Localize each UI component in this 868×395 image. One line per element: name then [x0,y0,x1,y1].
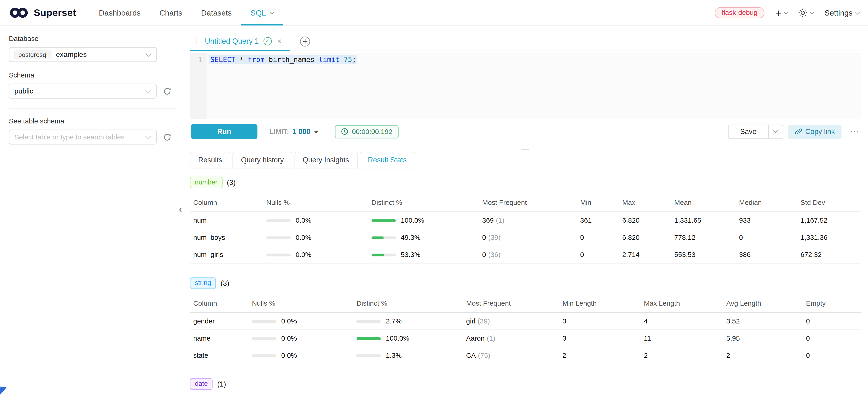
tab-query-history[interactable]: Query history [232,152,292,169]
table-row: name0.0%100.0%Aaron(1)3115.950 [190,330,861,347]
column-header: Most Frequent [466,299,562,307]
table-schema-label: See table schema [9,118,177,125]
query-tab-bar: ⋮ Untitled Query 1 ✓ × [190,33,861,51]
percent-label: 2.7% [386,317,402,325]
column-name: num [190,216,266,224]
section-header: number(3) [190,177,861,188]
progress-bar [266,253,291,256]
stat-value: 0 [806,317,861,325]
pane-splitter[interactable] [190,145,861,150]
percent-label: 0.0% [281,317,297,325]
percent-label: 100.0% [401,216,425,224]
chevron-down-icon [855,9,860,14]
close-tab-icon[interactable]: × [277,37,282,45]
new-item-menu[interactable]: + [775,7,788,18]
run-button[interactable]: Run [191,124,257,139]
environment-badge: flask-debug [714,7,765,18]
plus-icon: + [775,7,781,18]
stats-sections: number(3)ColumnNulls %Distinct %Most Fre… [190,168,861,395]
chevron-down-icon [145,133,151,139]
drag-handle-icon[interactable]: ⋮ [193,37,200,45]
add-tab-button[interactable] [300,36,310,47]
percent-label: 0.0% [296,234,311,241]
schema-select-value: public [14,87,33,95]
nav-item-label: Datasets [201,8,232,17]
copy-link-button[interactable]: Copy link [788,124,841,139]
most-frequent-value: 369 [482,216,494,224]
refresh-schemas-button[interactable] [163,87,171,95]
column-header: Mean [674,199,739,207]
progress-bar [252,354,276,357]
nav-item-label: Dashboards [99,8,141,17]
stat-value: 4 [644,317,726,325]
nav-item-sql[interactable]: SQL [241,0,283,25]
tab-result-stats[interactable]: Result Stats [360,152,415,169]
query-tab[interactable]: ⋮ Untitled Query 1 ✓ × [190,32,289,51]
more-options-button[interactable]: ⋯ [850,126,860,138]
stat-value: 672.32 [801,251,861,259]
most-frequent-count: (39) [488,234,500,241]
limit-dropdown[interactable]: LIMIT: 1 000 [270,127,318,135]
refresh-tables-button[interactable] [163,133,171,141]
column-header: Max Length [644,299,726,307]
sql-token: SELECT [210,55,235,64]
most-frequent-count: (36) [488,251,500,259]
caret-down-icon [314,130,318,133]
database-select[interactable]: postgresql examples [9,47,157,62]
nulls-percent: 0.0% [252,317,356,325]
schema-select[interactable]: public [9,84,157,98]
plus-circle-icon [300,36,310,47]
brand[interactable]: Superset [9,7,76,19]
progress-bar [266,219,291,222]
stat-value: 0 [806,334,861,342]
collapse-sidebar-button[interactable]: ‹ [179,204,182,214]
database-type-tag: postgresql [14,50,52,59]
section-header: string(3) [190,277,861,289]
column-header: Column [190,199,266,207]
progress-fill [356,320,357,323]
progress-bar [371,236,396,239]
section-header: date(1) [190,378,861,390]
column-name: gender [190,317,252,325]
stat-value: 2 [726,352,806,359]
column-header: Most Frequent [482,199,580,207]
brand-name: Superset [34,7,76,19]
superset-app: Superset DashboardsChartsDatasetsSQL fla… [0,0,868,395]
nav-item-dashboards[interactable]: Dashboards [89,0,150,25]
stat-value: 778.12 [674,234,739,241]
tab-query-insights[interactable]: Query Insights [294,152,358,169]
table-row: gender0.0%2.7%girl(39)343.520 [190,313,861,330]
save-options-button[interactable] [769,124,783,139]
most-frequent-value: girl [466,317,475,325]
column-header: Empty [806,299,861,307]
sql-code-line: SELECT * from birth_names limit 75; [209,55,358,64]
type-badge: date [190,378,213,390]
clock-icon [341,128,348,135]
most-frequent-count: (39) [478,317,490,325]
stat-value: 0 [806,352,861,359]
column-name: name [190,334,252,342]
settings-menu[interactable]: Settings [825,8,859,17]
stat-value: 3 [562,334,644,342]
database-select-value: examples [56,50,87,59]
save-button[interactable]: Save [728,124,769,139]
progress-fill [371,253,384,256]
nav-item-charts[interactable]: Charts [150,0,191,25]
chevron-down-icon [784,9,789,14]
table-select[interactable]: Select table or type to search tables [9,130,157,145]
theme-menu[interactable] [799,8,814,17]
percent-label: 53.3% [401,251,421,259]
chevron-down-icon [145,87,151,93]
sql-editor[interactable]: 1 SELECT * from birth_names limit 75; [190,53,861,119]
distinct-percent: 100.0% [356,334,466,342]
tab-results[interactable]: Results [190,152,230,169]
stats-section-string: string(3)ColumnNulls %Distinct %Most Fre… [190,277,861,364]
database-label: Database [9,35,177,43]
distinct-percent: 49.3% [371,234,482,241]
navbar-right: flask-debug + Settings [714,7,859,18]
editor-code-area[interactable]: SELECT * from birth_names limit 75; [207,53,861,119]
most-frequent-value: Aaron [466,334,485,342]
chevron-down-icon [269,9,274,14]
sqllab-sidebar: Database postgresql examples Schema publ… [0,26,185,395]
nav-item-datasets[interactable]: Datasets [192,0,241,25]
